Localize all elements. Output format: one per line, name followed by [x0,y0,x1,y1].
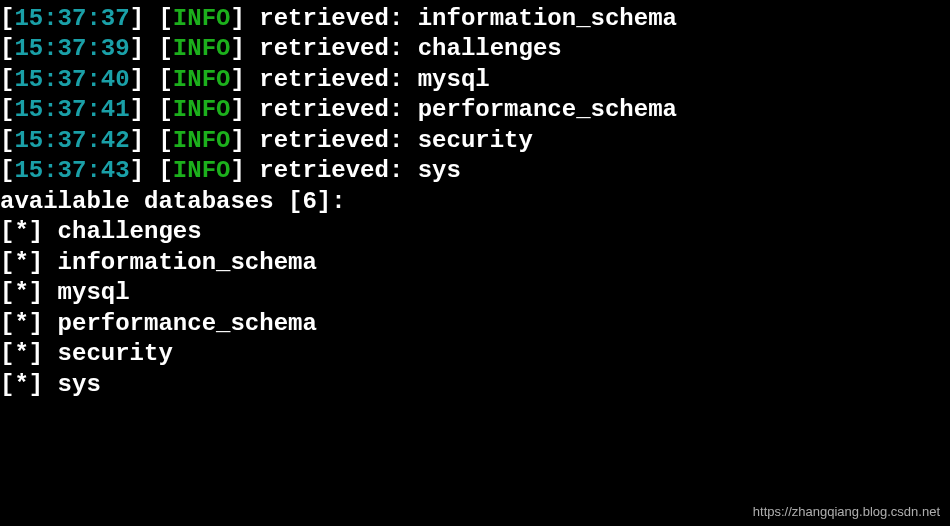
bracket-close: ] [230,127,259,154]
log-value: performance_schema [418,96,677,123]
log-value: information_schema [418,5,677,32]
bracket-close: ] [130,66,159,93]
bracket-close: ] [130,5,159,32]
database-list-item: [*] sys [0,370,950,400]
log-action: retrieved: [259,66,403,93]
bracket-open: [ [158,5,172,32]
log-line: [15:37:40] [INFO] retrieved: mysql [0,65,950,95]
spacer [403,127,417,154]
bracket-open: [ [0,157,14,184]
log-level: INFO [173,66,231,93]
log-value: mysql [418,66,490,93]
timestamp: 15:37:37 [14,5,129,32]
bracket-close: ] [230,157,259,184]
bracket-close: ] [230,5,259,32]
bracket-open: [ [158,157,172,184]
bullet: [*] [0,249,58,276]
log-line: [15:37:43] [INFO] retrieved: sys [0,156,950,186]
log-value: sys [418,157,461,184]
database-name: sys [58,371,101,398]
bracket-close: ] [130,96,159,123]
spacer [403,66,417,93]
log-action: retrieved: [259,35,403,62]
bracket-close: ] [130,35,159,62]
timestamp: 15:37:42 [14,127,129,154]
log-level: INFO [173,127,231,154]
bracket-close: ] [230,35,259,62]
database-list-item: [*] security [0,339,950,369]
bullet: [*] [0,218,58,245]
log-action: retrieved: [259,96,403,123]
terminal-output: [15:37:37] [INFO] retrieved: information… [0,4,950,400]
bullet: [*] [0,340,58,367]
log-level: INFO [173,35,231,62]
bracket-open: [ [158,35,172,62]
bracket-close: ] [230,66,259,93]
bracket-close: ] [130,127,159,154]
database-list-item: [*] information_schema [0,248,950,278]
bracket-open: [ [158,127,172,154]
spacer [403,35,417,62]
log-action: retrieved: [259,5,403,32]
spacer [403,96,417,123]
summary-header: available databases [6]: [0,187,950,217]
database-name: information_schema [58,249,317,276]
bracket-open: [ [0,5,14,32]
bracket-open: [ [158,66,172,93]
log-action: retrieved: [259,157,403,184]
timestamp: 15:37:41 [14,96,129,123]
bullet: [*] [0,371,58,398]
database-name: mysql [58,279,130,306]
log-value: challenges [418,35,562,62]
timestamp: 15:37:39 [14,35,129,62]
spacer [403,157,417,184]
timestamp: 15:37:43 [14,157,129,184]
log-line: [15:37:41] [INFO] retrieved: performance… [0,95,950,125]
timestamp: 15:37:40 [14,66,129,93]
log-line: [15:37:39] [INFO] retrieved: challenges [0,34,950,64]
log-level: INFO [173,5,231,32]
database-list-item: [*] performance_schema [0,309,950,339]
database-name: performance_schema [58,310,317,337]
bracket-open: [ [158,96,172,123]
log-level: INFO [173,157,231,184]
log-action: retrieved: [259,127,403,154]
bracket-close: ] [130,157,159,184]
bracket-open: [ [0,96,14,123]
database-list-item: [*] challenges [0,217,950,247]
database-name: security [58,340,173,367]
bracket-close: ] [230,96,259,123]
log-value: security [418,127,533,154]
bracket-open: [ [0,127,14,154]
log-line: [15:37:42] [INFO] retrieved: security [0,126,950,156]
bullet: [*] [0,310,58,337]
bullet: [*] [0,279,58,306]
log-level: INFO [173,96,231,123]
spacer [403,5,417,32]
bracket-open: [ [0,35,14,62]
database-name: challenges [58,218,202,245]
database-list-item: [*] mysql [0,278,950,308]
log-line: [15:37:37] [INFO] retrieved: information… [0,4,950,34]
watermark-text: https://zhangqiang.blog.csdn.net [753,504,940,521]
bracket-open: [ [0,66,14,93]
